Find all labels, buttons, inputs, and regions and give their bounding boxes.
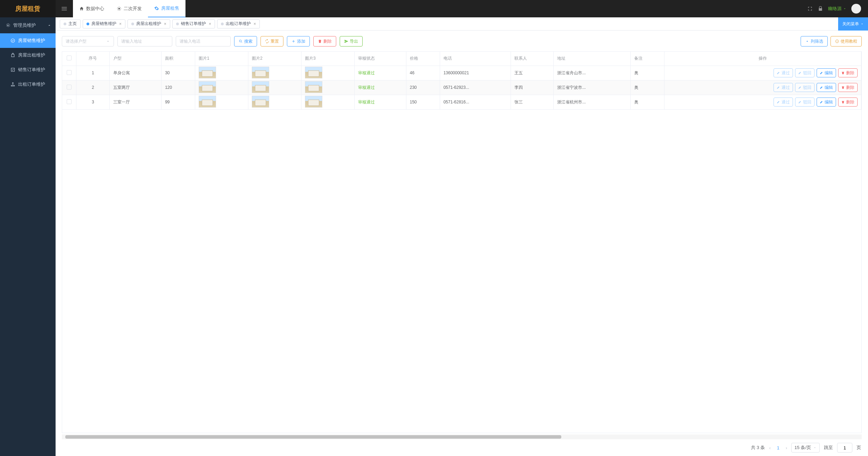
page-next[interactable]: › <box>786 445 787 450</box>
user-menu[interactable]: 幽络源 <box>828 6 846 12</box>
topnav-dev[interactable]: 二次开发 <box>110 0 148 17</box>
cell-image <box>248 66 301 80</box>
cell-price: 46 <box>406 66 440 80</box>
address-input[interactable] <box>117 36 172 47</box>
column-filter-button[interactable]: 列筛选 <box>801 36 828 47</box>
house-thumbnail[interactable] <box>199 96 216 108</box>
row-checkbox[interactable] <box>67 85 72 90</box>
th-9: 联系人 <box>511 52 554 66</box>
row-checkbox[interactable] <box>67 99 72 104</box>
cell-type: 五室两厅 <box>110 80 162 95</box>
jump-label: 跳至 <box>824 445 833 451</box>
cell-area: 120 <box>162 80 195 95</box>
tab-label: 出租订单维护 <box>226 21 251 27</box>
fullscreen-icon[interactable] <box>807 6 813 11</box>
tab-主页[interactable]: 主页 <box>60 19 81 28</box>
house-thumbnail[interactable] <box>252 96 269 108</box>
sidebar-group-admin[interactable]: 管理员维护 <box>0 17 56 33</box>
close-icon[interactable]: × <box>254 22 256 26</box>
th-7: 价格 <box>406 52 440 66</box>
cell-image <box>195 95 248 109</box>
jump-input[interactable] <box>837 443 852 453</box>
edit-icon <box>798 86 802 89</box>
pass-button[interactable]: 通过 <box>774 83 793 92</box>
horizontal-scrollbar[interactable] <box>62 434 862 439</box>
sidebar-item-rent[interactable]: 房屋出租维护 <box>0 48 56 62</box>
tab-出租订单维护[interactable]: 出租订单维护× <box>217 19 260 28</box>
edit-button[interactable]: 编辑 <box>817 68 836 77</box>
row-delete-button[interactable]: 删除 <box>838 98 858 107</box>
search-button[interactable]: 搜索 <box>234 36 257 47</box>
add-button[interactable]: 添加 <box>287 36 310 47</box>
tab-房屋出租维护[interactable]: 房屋出租维护× <box>127 19 170 28</box>
lock-icon[interactable] <box>818 6 823 11</box>
check-circle-icon <box>10 38 15 43</box>
select-all-checkbox[interactable] <box>67 56 72 60</box>
reset-button[interactable]: 重置 <box>261 36 283 47</box>
cell-status: 审核通过 <box>355 95 406 109</box>
upload-icon <box>10 82 15 87</box>
cell-ops: 通过驳回编辑删除 <box>664 80 861 95</box>
close-icon[interactable]: × <box>119 22 122 26</box>
sidebar-item-rent-order[interactable]: 出租订单维护 <box>0 77 56 92</box>
row-delete-button[interactable]: 删除 <box>838 68 858 77</box>
topnav-label: 数据中心 <box>86 6 104 12</box>
tab-销售订单维护[interactable]: 销售订单维护× <box>172 19 215 28</box>
edit-button[interactable]: 编辑 <box>817 98 836 107</box>
topnav-data-center[interactable]: 数据中心 <box>73 0 110 17</box>
th-10: 地址 <box>554 52 631 66</box>
edit-icon <box>820 100 823 104</box>
close-icon[interactable]: × <box>209 22 211 26</box>
house-thumbnail[interactable] <box>305 96 322 108</box>
house-thumbnail[interactable] <box>305 81 322 93</box>
page-number[interactable]: 1 <box>775 445 782 450</box>
sidebar-item-label: 销售订单维护 <box>18 67 45 73</box>
avatar[interactable] <box>851 4 861 14</box>
pagination: 共 3 条 ‹ 1 › 15 条/页 跳至 页 <box>56 439 868 456</box>
sidebar-item-sale[interactable]: 房屋销售维护 <box>0 33 56 48</box>
topnav-label: 二次开发 <box>124 6 142 12</box>
house-thumbnail[interactable] <box>199 81 216 93</box>
close-icon[interactable]: × <box>164 22 166 26</box>
tab-dot-icon <box>86 23 89 25</box>
edit-icon <box>777 71 780 75</box>
export-button[interactable]: 导出 <box>340 36 363 47</box>
th-3: 图片1 <box>195 52 248 66</box>
tutorial-button[interactable]: 使用教程 <box>830 36 862 47</box>
house-thumbnail[interactable] <box>252 67 269 78</box>
cell-contact: 李四 <box>511 80 554 95</box>
row-delete-button[interactable]: 删除 <box>838 83 858 92</box>
sun-icon <box>117 6 122 11</box>
topnav-rental[interactable]: 房屋租售 <box>148 0 185 17</box>
edit-icon <box>798 100 802 104</box>
type-select[interactable]: 请选择户型 <box>62 36 114 47</box>
row-checkbox[interactable] <box>67 70 72 75</box>
page-size-select[interactable]: 15 条/页 <box>791 443 820 453</box>
page-prev[interactable]: ‹ <box>769 445 770 450</box>
close-menu-button[interactable]: 关闭菜单 <box>838 17 868 31</box>
house-thumbnail[interactable] <box>305 67 322 78</box>
house-thumbnail[interactable] <box>199 67 216 78</box>
chevron-down-icon <box>843 7 846 10</box>
sidebar-toggle[interactable] <box>56 0 73 17</box>
house-thumbnail[interactable] <box>252 81 269 93</box>
reject-button[interactable]: 驳回 <box>795 68 815 77</box>
phone-input[interactable] <box>176 36 231 47</box>
cell-area: 30 <box>162 66 195 80</box>
edit-icon <box>798 71 802 75</box>
chevron-down-icon <box>813 446 817 449</box>
user-name: 幽络源 <box>828 6 842 12</box>
column-filter-label: 列筛选 <box>811 39 823 44</box>
edit-button[interactable]: 编辑 <box>817 83 836 92</box>
pass-button[interactable]: 通过 <box>774 98 793 107</box>
tab-房屋销售维护[interactable]: 房屋销售维护× <box>83 19 125 28</box>
reject-button[interactable]: 驳回 <box>795 83 815 92</box>
reject-button[interactable]: 驳回 <box>795 98 815 107</box>
refresh-icon <box>265 39 269 43</box>
sidebar-item-sale-order[interactable]: 销售订单维护 <box>0 62 56 77</box>
cell-idx: 1 <box>76 66 110 80</box>
cell-ops: 通过驳回编辑删除 <box>664 66 861 80</box>
delete-button[interactable]: 删除 <box>313 36 336 47</box>
plus-icon <box>291 39 296 43</box>
pass-button[interactable]: 通过 <box>774 68 793 77</box>
